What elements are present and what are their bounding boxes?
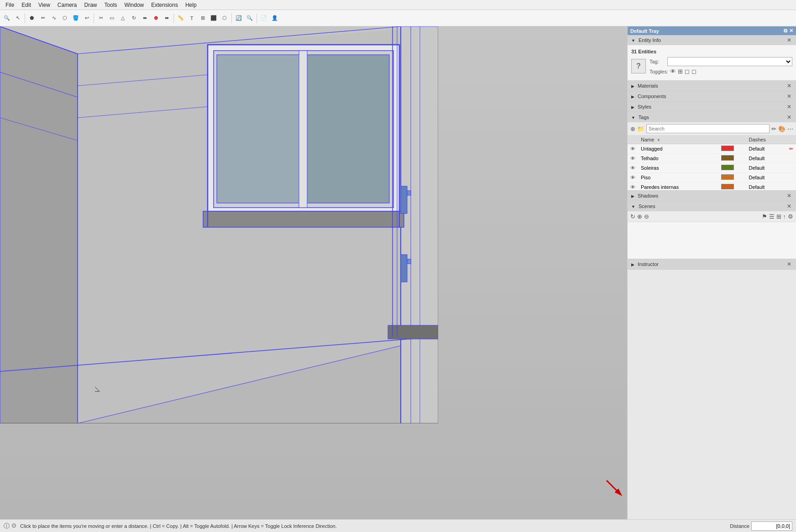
menu-extensions[interactable]: Extensions [147, 1, 182, 9]
tool-rotate[interactable]: ↩ [82, 13, 92, 23]
tag-select[interactable] [667, 57, 792, 66]
tool-select[interactable]: 🔍 [2, 13, 12, 23]
tag-color-swatch[interactable] [721, 174, 734, 180]
tool-arc[interactable]: ∿ [49, 13, 59, 23]
entity-info-header[interactable]: ▼ Entity Info ✕ [628, 35, 796, 45]
tool-freehand[interactable]: ⬌ [140, 13, 150, 23]
tool-section[interactable]: ⬡ [220, 13, 230, 23]
entity-info-close[interactable]: ✕ [786, 37, 792, 43]
menu-tools[interactable]: Tools [101, 1, 121, 9]
tag-eye-icon[interactable]: 👁 [630, 184, 635, 190]
tool-text[interactable]: T [187, 13, 197, 23]
tool-push[interactable]: 🪣 [71, 13, 81, 23]
status-info-icon[interactable]: ⓘ [4, 522, 10, 530]
shadows-collapse-arrow: ▶ [631, 194, 634, 198]
tray-restore-icon[interactable]: ⧉ [784, 28, 787, 34]
scenes-remove-icon[interactable]: ⊖ [644, 213, 649, 220]
components-close[interactable]: ✕ [786, 93, 792, 99]
tags-folder-icon[interactable]: 📁 [637, 125, 644, 132]
tool-poly[interactable]: ⬡ [60, 13, 70, 23]
tag-field: Tag: [649, 57, 792, 66]
tool-profile[interactable]: 👤 [270, 13, 280, 23]
menu-camera[interactable]: Camera [54, 1, 81, 9]
tags-search-input[interactable] [646, 124, 770, 133]
tag-eye-icon[interactable]: 👁 [630, 175, 635, 180]
tool-circle[interactable]: ↻ [129, 13, 139, 23]
menu-view[interactable]: View [35, 1, 54, 9]
tag-eye-icon[interactable]: 👁 [630, 156, 635, 161]
styles-close[interactable]: ✕ [786, 104, 792, 110]
menu-edit[interactable]: Edit [18, 1, 35, 9]
tags-delete-icon[interactable]: ⋯ [787, 125, 793, 132]
entity-info-label: Entity Info [639, 37, 661, 43]
tags-header[interactable]: ▼ Tags ✕ [628, 112, 796, 122]
components-header[interactable]: ▶ Components ✕ [628, 91, 796, 101]
scenes-list-icon[interactable]: ☰ [769, 213, 775, 220]
tags-col-dashes: Dashes [746, 136, 786, 144]
tool-tape[interactable]: 📏 [176, 13, 186, 23]
tool-scale[interactable]: ✂ [96, 13, 106, 23]
tool-new[interactable]: 📄 [259, 13, 269, 23]
status-circle-icon[interactable]: ⊙ [11, 522, 16, 530]
toggle-lock[interactable]: ⊞ [678, 68, 683, 75]
tag-name: Untagged [638, 144, 718, 154]
menu-file[interactable]: File [2, 1, 18, 9]
scenes-grid-icon[interactable]: ⊞ [776, 213, 781, 220]
distance-input[interactable] [751, 522, 792, 531]
scenes-add-icon[interactable]: ⊕ [637, 213, 642, 220]
tag-color-swatch[interactable] [721, 184, 734, 189]
toggle-visible[interactable]: 👁 [670, 68, 676, 75]
scenes-header[interactable]: ▼ Scenes ✕ [628, 201, 796, 211]
menu-draw[interactable]: Draw [81, 1, 101, 9]
tray-close-icon[interactable]: ✕ [789, 28, 793, 34]
tool-3d[interactable]: ⬛ [209, 13, 219, 23]
entity-info-collapse-arrow: ▼ [631, 38, 635, 43]
scenes-section: ▼ Scenes ✕ ↻ ⊕ ⊖ ⚑ ☰ ⊞ ↑ ⚙ [628, 201, 796, 259]
menu-help[interactable]: Help [182, 1, 200, 9]
menu-window[interactable]: Window [121, 1, 148, 9]
styles-header[interactable]: ▶ Styles ✕ [628, 102, 796, 112]
tool-orbit[interactable]: 🔄 [234, 13, 244, 23]
tag-color-swatch[interactable] [721, 155, 734, 161]
tool-move[interactable]: ⊕ [151, 13, 161, 23]
tags-close[interactable]: ✕ [786, 114, 792, 120]
scenes-settings-icon[interactable]: ⚙ [788, 213, 793, 220]
scenes-flag-icon[interactable]: ⚑ [762, 213, 767, 220]
tag-dashes: Default [746, 183, 786, 191]
shadows-header[interactable]: ▶ Shadows ✕ [628, 191, 796, 201]
tag-eye-icon[interactable]: 👁 [630, 146, 635, 151]
tool-paint[interactable]: ⬟ [27, 13, 37, 23]
tool-flip[interactable]: ⬌ [162, 13, 172, 23]
tag-pencil-icon[interactable]: ✏ [789, 146, 793, 151]
instructor-close[interactable]: ✕ [786, 261, 792, 267]
tool-axes[interactable]: ⊞ [198, 13, 208, 23]
tag-eye-icon[interactable]: 👁 [630, 165, 635, 171]
tool-tri[interactable]: △ [118, 13, 128, 23]
svg-rect-26 [401, 255, 407, 282]
tool-zoom[interactable]: 🔍 [245, 13, 255, 23]
tags-col-name[interactable]: Name ▼ [638, 136, 718, 144]
tags-pencil-icon[interactable]: ✏ [771, 125, 776, 132]
toggle-cast-shadow[interactable]: ◻ [691, 68, 696, 75]
toggle-receive-shadow[interactable]: ◻ [685, 68, 690, 75]
scenes-up-icon[interactable]: ↑ [783, 213, 786, 220]
scenes-close[interactable]: ✕ [786, 203, 792, 209]
styles-label: Styles [638, 104, 651, 110]
materials-header[interactable]: ▶ Materials ✕ [628, 81, 796, 91]
instructor-header[interactable]: ▶ Instructor ✕ [628, 259, 796, 269]
tool-arrow[interactable]: ↖ [13, 13, 23, 23]
tags-color-icon[interactable]: 🎨 [778, 125, 786, 132]
scenes-refresh-icon[interactable]: ↻ [630, 213, 635, 220]
materials-close[interactable]: ✕ [786, 83, 792, 89]
shadows-section: ▶ Shadows ✕ [628, 191, 796, 201]
tags-add-icon[interactable]: ⊕ [630, 125, 635, 132]
tool-rect[interactable]: ▭ [107, 13, 117, 23]
tag-name: Paredes internas [638, 183, 718, 191]
tag-color-swatch[interactable] [721, 165, 734, 170]
viewport[interactable] [0, 26, 627, 519]
materials-label: Materials [638, 83, 658, 89]
tag-color-swatch[interactable] [721, 146, 734, 151]
tool-pencil[interactable]: ✏ [38, 13, 48, 23]
entity-info-content: 31 Entities ? Tag: Toggles: [628, 45, 796, 80]
shadows-close[interactable]: ✕ [786, 193, 792, 199]
